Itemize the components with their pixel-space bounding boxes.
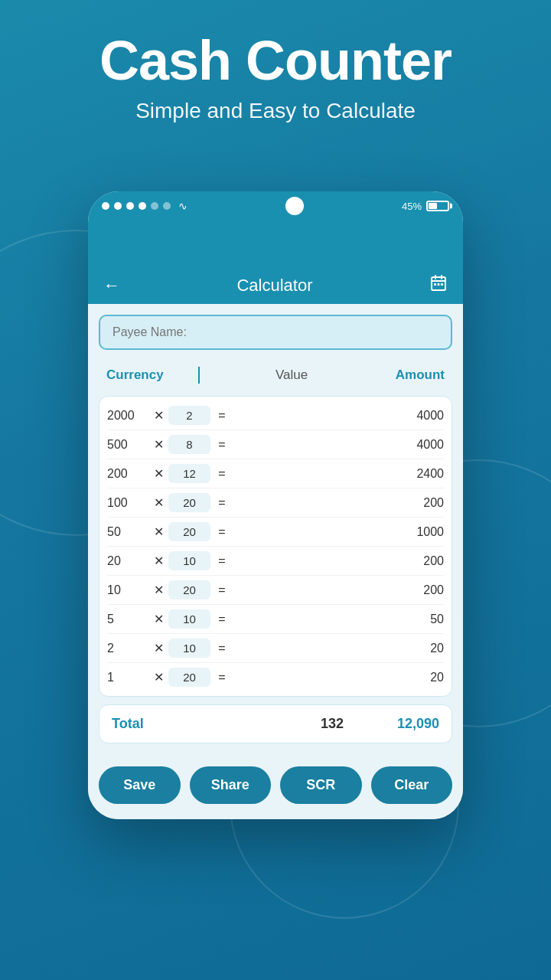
cell-equals-5: =: [210, 554, 233, 568]
cell-amount-6: 200: [233, 583, 444, 597]
cell-multiply-8: ✕: [149, 641, 168, 655]
battery-percent: 45%: [402, 201, 422, 212]
cell-value-input-8[interactable]: [168, 639, 210, 658]
action-buttons-container: Save Share SCR Clear: [88, 754, 463, 819]
cell-multiply-1: ✕: [149, 437, 168, 452]
table-row: 1 ✕ = 20: [107, 663, 444, 691]
cell-multiply-4: ✕: [149, 524, 168, 539]
cell-equals-4: =: [210, 525, 233, 539]
cell-equals-3: =: [210, 496, 233, 510]
cell-currency-6: 10: [107, 583, 149, 597]
cell-multiply-2: ✕: [149, 466, 168, 481]
table-body: 2000 ✕ = 4000 500 ✕ = 4000 200 ✕ = 2400 …: [99, 396, 452, 697]
cell-multiply-3: ✕: [149, 495, 168, 510]
wifi-icon: ∿: [178, 200, 187, 212]
table-row: 100 ✕ = 200: [107, 488, 444, 518]
cell-value-input-0[interactable]: [168, 406, 210, 425]
signal-dot-4: [139, 202, 146, 210]
cell-value-input-5[interactable]: [168, 551, 210, 570]
app-subtitle: Simple and Easy to Calculate: [0, 99, 551, 123]
total-count: 132: [302, 716, 363, 732]
cell-value-input-4[interactable]: [168, 522, 210, 541]
cell-value-input-7[interactable]: [168, 609, 210, 629]
cell-multiply-9: ✕: [149, 670, 168, 684]
cell-amount-0: 4000: [233, 409, 444, 423]
total-label: Total: [112, 716, 302, 732]
scr-button[interactable]: SCR: [280, 766, 362, 804]
cell-amount-5: 200: [233, 554, 444, 568]
cell-currency-7: 5: [107, 612, 149, 626]
save-button[interactable]: Save: [99, 766, 181, 804]
app-header: Cash Counter Simple and Easy to Calculat…: [0, 0, 551, 123]
total-amount: 12,090: [363, 716, 439, 732]
payee-name-input[interactable]: [99, 315, 452, 350]
cell-multiply-5: ✕: [149, 554, 168, 568]
share-button[interactable]: Share: [190, 766, 272, 804]
currency-header: Currency: [106, 368, 198, 383]
table-row: 50 ✕ = 1000: [107, 518, 444, 547]
cell-equals-6: =: [210, 583, 233, 597]
table-row: 10 ✕ = 200: [107, 576, 444, 605]
signal-dot-2: [114, 202, 122, 210]
cell-value-input-1[interactable]: [168, 435, 210, 454]
table-row: 2000 ✕ = 4000: [107, 401, 444, 430]
cell-multiply-7: ✕: [149, 612, 168, 626]
nav-title: Calculator: [236, 276, 312, 296]
cell-amount-7: 50: [233, 612, 444, 626]
cell-currency-0: 2000: [107, 409, 149, 423]
cell-equals-1: =: [210, 438, 233, 452]
app-title: Cash Counter: [0, 31, 551, 91]
home-indicator: [285, 197, 304, 215]
cell-equals-7: =: [210, 612, 233, 626]
table-row: 20 ✕ = 200: [107, 547, 444, 576]
nav-bar: ← Calculator: [88, 266, 463, 304]
battery-fill: [429, 203, 437, 209]
phone-mockup: ∿ 45% ← Calculator: [88, 191, 463, 819]
status-left: ∿: [102, 200, 187, 212]
svg-rect-5: [437, 283, 439, 286]
cell-currency-3: 100: [107, 496, 149, 510]
cell-value-input-2[interactable]: [168, 464, 210, 483]
cell-equals-2: =: [210, 467, 233, 481]
cell-currency-9: 1: [107, 671, 149, 684]
signal-dot-3: [126, 202, 134, 210]
cell-value-input-9[interactable]: [168, 668, 210, 687]
signal-dot-6: [163, 202, 171, 210]
battery-bar: [426, 201, 449, 211]
calendar-button[interactable]: [429, 274, 448, 296]
clear-button[interactable]: Clear: [371, 766, 453, 804]
total-row: Total 132 12,090: [99, 704, 452, 743]
cell-equals-9: =: [210, 671, 233, 684]
header-bg: [88, 220, 463, 266]
table-row: 5 ✕ = 50: [107, 605, 444, 634]
cell-value-input-6[interactable]: [168, 580, 210, 599]
cell-amount-9: 20: [233, 671, 444, 684]
table-row: 2 ✕ = 20: [107, 634, 444, 663]
cell-multiply-0: ✕: [149, 408, 168, 423]
cell-currency-8: 2: [107, 642, 149, 655]
cell-currency-5: 20: [107, 554, 149, 568]
cell-amount-8: 20: [233, 642, 444, 655]
cell-amount-1: 4000: [233, 438, 444, 452]
cell-multiply-6: ✕: [149, 583, 168, 597]
back-button[interactable]: ←: [103, 276, 120, 296]
amount-header: Amount: [376, 368, 445, 383]
cell-value-input-3[interactable]: [168, 493, 210, 512]
cell-amount-2: 2400: [233, 467, 444, 481]
table-row: 200 ✕ = 2400: [107, 459, 444, 488]
table-row: 500 ✕ = 4000: [107, 430, 444, 459]
table-header: Currency Value Amount: [99, 361, 452, 390]
cell-currency-1: 500: [107, 438, 149, 452]
calendar-icon: [429, 274, 448, 292]
svg-rect-6: [441, 283, 443, 286]
value-header: Value: [207, 368, 376, 383]
status-bar: ∿ 45%: [88, 191, 463, 220]
cell-currency-4: 50: [107, 525, 149, 539]
signal-dot-5: [151, 202, 158, 210]
cell-equals-8: =: [210, 642, 233, 655]
svg-rect-4: [434, 283, 436, 286]
signal-dot-1: [102, 202, 109, 210]
status-right: 45%: [402, 201, 449, 212]
cell-amount-4: 1000: [233, 525, 444, 539]
cell-currency-2: 200: [107, 467, 149, 481]
